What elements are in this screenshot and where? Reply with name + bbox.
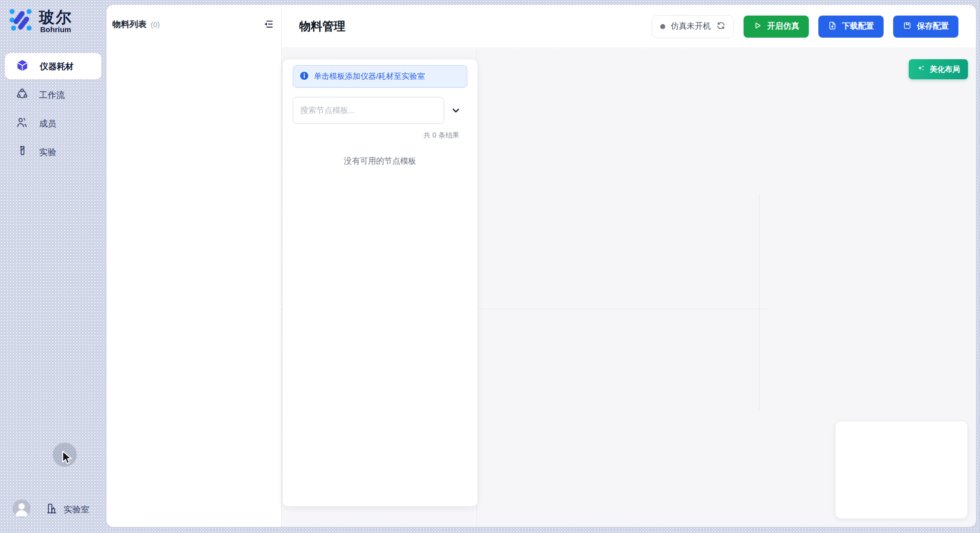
mouse-cursor: [61, 450, 74, 467]
workflow-icon: [16, 88, 28, 102]
beautify-layout-label: 美化布局: [930, 65, 960, 74]
materials-list-panel: 物料列表 (0): [106, 5, 281, 527]
node-template-panel: 单击模板添加仪器/耗材至实验室 共 0 条结果 没有可用的节点模板: [283, 59, 477, 506]
page-title: 物料管理: [299, 19, 345, 34]
simulation-status-pill[interactable]: 仿真未开机: [652, 15, 734, 38]
collapse-panel-icon[interactable]: [262, 18, 274, 30]
sidebar-footer: 实验室: [0, 497, 106, 520]
save-icon: [903, 21, 912, 32]
start-simulation-button[interactable]: 开启仿真: [744, 16, 809, 38]
hint-banner: 单击模板添加仪器/耗材至实验室: [293, 65, 467, 88]
start-simulation-label: 开启仿真: [767, 21, 799, 32]
play-icon: [753, 21, 762, 32]
results-count: 共 0 条结果: [293, 131, 467, 140]
empty-state-text: 没有可用的节点模板: [293, 156, 467, 167]
sidebar-item-experiments[interactable]: 实验: [5, 139, 101, 165]
refresh-icon[interactable]: [716, 21, 725, 32]
status-dot-icon: [660, 24, 665, 29]
members-icon: [16, 116, 28, 130]
cube-icon: [16, 59, 29, 74]
sidebar-item-instruments[interactable]: 仪器耗材: [5, 53, 101, 79]
save-config-button[interactable]: 保存配置: [893, 16, 958, 38]
status-label: 仿真未开机: [671, 21, 711, 32]
header-actions: 仿真未开机 开启仿真: [652, 15, 958, 38]
user-avatar[interactable]: [13, 499, 31, 517]
panel-divider: [281, 5, 282, 527]
download-config-label: 下载配置: [842, 21, 874, 32]
main-header: 物料管理 仿真未开机: [282, 5, 976, 48]
canvas-guide-line: [759, 194, 760, 410]
brand-name-en: Bohrium: [40, 25, 71, 34]
sparkles-icon: [917, 64, 925, 74]
save-config-label: 保存配置: [917, 21, 949, 32]
materials-count: (0): [151, 20, 160, 29]
materials-list-title: 物料列表: [112, 19, 147, 30]
brand-logo: [9, 7, 33, 33]
sidebar-nav: 仪器耗材 工作流 成员: [5, 53, 101, 165]
sidebar-item-label: 工作流: [39, 89, 65, 101]
search-input[interactable]: [293, 97, 444, 124]
beautify-layout-button[interactable]: 美化布局: [909, 59, 968, 79]
sidebar-item-label: 实验: [39, 147, 56, 158]
sidebar-item-workflow[interactable]: 工作流: [5, 82, 101, 108]
sidebar-item-label: 成员: [39, 118, 56, 129]
info-icon: [300, 71, 309, 82]
chevron-down-icon[interactable]: [444, 105, 467, 115]
lab-label: 实验室: [64, 504, 89, 515]
canvas-minimap[interactable]: [835, 421, 968, 519]
file-download-icon: [828, 21, 837, 32]
download-config-button[interactable]: 下载配置: [818, 16, 884, 38]
bohrium-logo-icon: [9, 7, 33, 33]
sidebar-item-label: 仪器耗材: [40, 61, 74, 72]
lab-link[interactable]: 实验室: [45, 502, 89, 517]
hint-banner-text: 单击模板添加仪器/耗材至实验室: [314, 71, 425, 82]
building-icon: [45, 502, 58, 517]
materials-list-header: 物料列表 (0): [112, 18, 274, 30]
sidebar-item-members[interactable]: 成员: [5, 110, 101, 137]
search-row: [293, 97, 467, 124]
experiment-icon: [16, 145, 28, 159]
content-window: 物料列表 (0) 物料管理 仿真未开机: [106, 5, 976, 527]
